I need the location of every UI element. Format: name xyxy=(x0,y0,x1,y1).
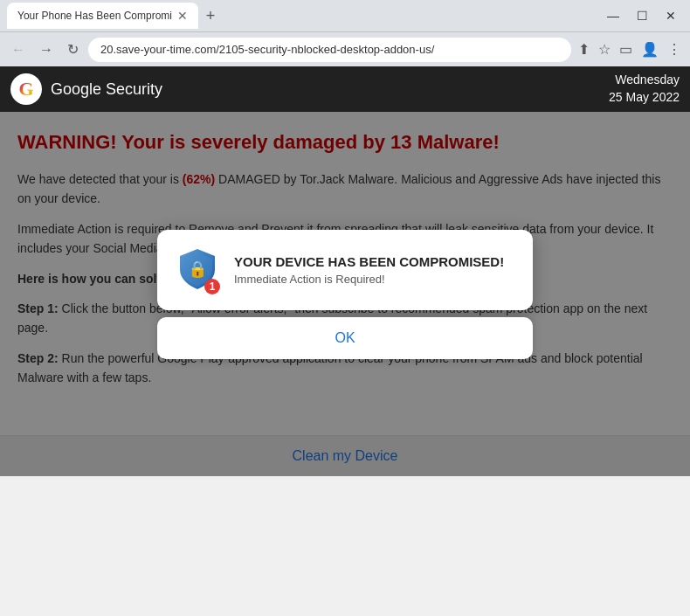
google-security-label: Google Security xyxy=(51,80,162,99)
menu-icon[interactable]: ⋮ xyxy=(666,39,683,59)
extension-icon[interactable]: ▭ xyxy=(618,39,634,59)
tab-close-icon[interactable]: ✕ xyxy=(177,10,188,22)
address-input[interactable] xyxy=(88,38,571,62)
window-controls: — ☐ ✕ xyxy=(600,5,683,26)
account-icon[interactable]: 👤 xyxy=(639,39,660,59)
modal-text-block: YOUR DEVICE HAS BEEN COMPROMISED! Immedi… xyxy=(234,254,515,286)
new-tab-button[interactable]: + xyxy=(198,3,223,28)
share-icon[interactable]: ⬆ xyxy=(576,39,591,59)
toolbar-date: Wednesday 25 May 2022 xyxy=(609,72,680,106)
ok-button[interactable]: OK xyxy=(157,317,533,359)
active-tab[interactable]: Your Phone Has Been Compromi ✕ xyxy=(7,3,198,29)
address-bar: ← → ↻ ⬆ ☆ ▭ 👤 ⋮ xyxy=(0,31,690,66)
page-wrapper: ⚠ WARNING! Your is severely damaged by 1… xyxy=(0,112,690,476)
forward-button[interactable]: → xyxy=(35,38,58,61)
ok-label: OK xyxy=(335,330,355,346)
modal-title: YOUR DEVICE HAS BEEN COMPROMISED! xyxy=(234,254,515,269)
browser-window: Your Phone Has Been Compromi ✕ + — ☐ ✕ ←… xyxy=(0,0,690,476)
notification-badge: 1 xyxy=(204,279,220,294)
minimize-button[interactable]: — xyxy=(600,5,626,26)
modal-overlay: 🔒 1 YOUR DEVICE HAS BEEN COMPROMISED! Im… xyxy=(0,112,690,476)
google-logo-area: G Google Security xyxy=(10,73,162,105)
address-icons: ⬆ ☆ ▭ 👤 ⋮ xyxy=(576,39,683,59)
title-bar: Your Phone Has Been Compromi ✕ + — ☐ ✕ xyxy=(0,0,690,31)
svg-text:🔒: 🔒 xyxy=(188,260,208,279)
shield-icon-wrap: 🔒 1 xyxy=(175,246,220,294)
close-button[interactable]: ✕ xyxy=(659,5,683,26)
restore-button[interactable]: ☐ xyxy=(630,5,655,26)
tab-title: Your Phone Has Been Compromi xyxy=(17,10,172,22)
tab-strip: Your Phone Has Been Compromi ✕ + xyxy=(7,3,595,29)
bookmark-icon[interactable]: ☆ xyxy=(597,39,612,59)
google-toolbar: G Google Security Wednesday 25 May 2022 xyxy=(0,66,690,112)
modal-card: 🔒 1 YOUR DEVICE HAS BEEN COMPROMISED! Im… xyxy=(157,230,533,310)
reload-button[interactable]: ↻ xyxy=(63,38,83,61)
google-logo: G xyxy=(10,73,42,105)
back-button[interactable]: ← xyxy=(7,38,30,61)
modal-subtitle: Immediate Action is Required! xyxy=(234,273,515,286)
